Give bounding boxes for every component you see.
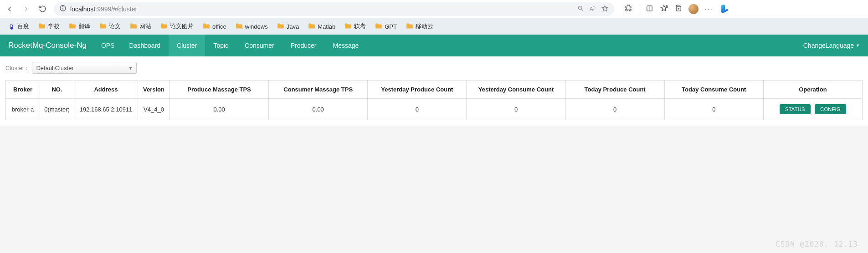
cell-produce-tps: 0.00 bbox=[170, 99, 269, 120]
nav-cluster[interactable]: Cluster bbox=[169, 35, 205, 56]
url-text: localhost:9999/#/cluster bbox=[70, 5, 577, 13]
read-aloud-icon[interactable]: A)) bbox=[590, 5, 596, 12]
nav-message[interactable]: Message bbox=[324, 35, 367, 56]
cluster-select[interactable]: DefaultCluster ▼ bbox=[32, 62, 137, 74]
cell-yesterday-produce: 0 bbox=[368, 99, 467, 120]
bookmark-folder[interactable]: 论文图片 bbox=[157, 21, 197, 32]
th-yesterday-consume: Yesterday Consume Count bbox=[467, 81, 565, 99]
bookmark-label: 学校 bbox=[48, 22, 60, 30]
bookmark-label: GPT bbox=[385, 23, 397, 30]
folder-icon bbox=[236, 23, 243, 30]
bookmark-folder[interactable]: windows bbox=[232, 21, 271, 32]
cluster-label: Cluster : bbox=[5, 65, 27, 71]
browser-toolbar: localhost:9999/#/cluster A)) ··· bbox=[0, 0, 868, 18]
th-produce-tps: Produce Massage TPS bbox=[170, 81, 269, 99]
app-navbar: RocketMq-Console-Ng OPS Dashboard Cluste… bbox=[0, 35, 868, 56]
folder-icon bbox=[69, 23, 76, 30]
bookmark-folder[interactable]: Java bbox=[274, 21, 302, 32]
folder-icon bbox=[130, 23, 137, 30]
th-operation: Operation bbox=[763, 81, 862, 99]
bing-icon[interactable] bbox=[719, 3, 731, 15]
folder-icon bbox=[99, 23, 107, 30]
th-today-consume: Today Consume Count bbox=[664, 81, 763, 99]
folder-icon bbox=[160, 23, 168, 30]
lang-label: ChangeLanguage bbox=[803, 42, 854, 49]
favorite-icon[interactable] bbox=[601, 5, 609, 14]
svg-point-2 bbox=[63, 7, 63, 7]
folder-icon bbox=[344, 23, 352, 30]
status-button[interactable]: STATUS bbox=[780, 104, 811, 114]
profile-avatar[interactable] bbox=[688, 4, 699, 14]
th-version: Version bbox=[138, 81, 170, 99]
config-button[interactable]: CONFIG bbox=[815, 104, 846, 114]
bookmarks-bar: 百度 学校 翻译 论文 网站 论文图片 office windows Java … bbox=[0, 18, 868, 35]
broker-table: Broker NO. Address Version Produce Massa… bbox=[5, 80, 863, 120]
bookmark-folder[interactable]: 翻译 bbox=[66, 21, 93, 32]
table-row: broker-a 0(master) 192.168.65.2:10911 V4… bbox=[6, 99, 863, 120]
bookmark-baidu[interactable]: 百度 bbox=[5, 21, 32, 32]
bookmark-folder[interactable]: 网站 bbox=[127, 21, 154, 32]
change-language-dropdown[interactable]: ChangeLanguage ▼ bbox=[795, 42, 868, 49]
th-no: NO. bbox=[40, 81, 74, 99]
bookmark-label: Matlab bbox=[318, 23, 335, 30]
bookmark-folder[interactable]: 论文 bbox=[96, 21, 124, 32]
forward-button[interactable] bbox=[21, 4, 31, 14]
cell-version: V4_4_0 bbox=[138, 99, 170, 120]
cell-today-consume: 0 bbox=[664, 99, 763, 120]
nav-topic[interactable]: Topic bbox=[205, 35, 236, 56]
info-icon bbox=[59, 5, 67, 13]
th-today-produce: Today Produce Count bbox=[565, 81, 664, 99]
bookmark-label: 论文图片 bbox=[170, 22, 194, 30]
collections-icon[interactable] bbox=[674, 5, 682, 14]
cell-yesterday-consume: 0 bbox=[467, 99, 565, 120]
refresh-button[interactable] bbox=[37, 4, 47, 14]
nav-dashboard[interactable]: Dashboard bbox=[121, 35, 169, 56]
address-bar[interactable]: localhost:9999/#/cluster A)) bbox=[54, 2, 614, 16]
folder-icon bbox=[38, 23, 46, 30]
folder-icon bbox=[277, 23, 284, 30]
nav-consumer[interactable]: Consumer bbox=[236, 35, 282, 56]
folder-icon bbox=[406, 23, 413, 30]
svg-marker-9 bbox=[661, 5, 667, 11]
favorites-list-icon[interactable] bbox=[660, 4, 668, 14]
th-address: Address bbox=[74, 81, 138, 99]
cell-today-produce: 0 bbox=[565, 99, 664, 120]
bookmark-label: 百度 bbox=[17, 22, 29, 30]
toolbar-icons: ··· bbox=[624, 3, 731, 15]
th-consumer-tps: Consumer Massage TPS bbox=[269, 81, 368, 99]
cluster-selected: DefaultCluster bbox=[36, 65, 73, 71]
cell-broker: broker-a bbox=[6, 99, 40, 120]
caret-down-icon: ▼ bbox=[128, 66, 133, 71]
bookmark-label: 翻译 bbox=[78, 22, 90, 30]
bookmark-folder[interactable]: Matlab bbox=[305, 21, 339, 32]
app-brand[interactable]: RocketMq-Console-Ng bbox=[0, 41, 95, 50]
cell-address: 192.168.65.2:10911 bbox=[74, 99, 138, 120]
extensions-icon[interactable] bbox=[624, 4, 632, 14]
zoom-icon[interactable] bbox=[577, 5, 584, 13]
toolbar-separator bbox=[639, 5, 639, 13]
bookmark-label: windows bbox=[245, 23, 268, 30]
svg-rect-7 bbox=[647, 5, 652, 10]
folder-icon bbox=[308, 23, 315, 30]
bookmark-label: 网站 bbox=[139, 22, 151, 30]
bookmark-folder[interactable]: office bbox=[200, 21, 230, 32]
bookmark-folder[interactable]: 软考 bbox=[341, 21, 369, 32]
nav-producer[interactable]: Producer bbox=[282, 35, 325, 56]
bookmark-folder[interactable]: 学校 bbox=[35, 21, 63, 32]
bookmark-label: office bbox=[212, 23, 226, 30]
back-button[interactable] bbox=[5, 4, 15, 14]
bookmark-label: Java bbox=[287, 23, 299, 30]
bookmark-folder[interactable]: 移动云 bbox=[403, 21, 437, 32]
cell-operation: STATUS CONFIG bbox=[763, 99, 862, 120]
bookmark-label: 软考 bbox=[354, 22, 366, 30]
cell-consumer-tps: 0.00 bbox=[269, 99, 368, 120]
bookmark-folder[interactable]: GPT bbox=[372, 21, 400, 32]
th-broker: Broker bbox=[6, 81, 40, 99]
bookmark-label: 论文 bbox=[109, 22, 121, 30]
svg-line-5 bbox=[581, 9, 583, 10]
baidu-icon bbox=[8, 23, 15, 30]
page-content: Cluster : DefaultCluster ▼ Broker NO. Ad… bbox=[0, 56, 868, 126]
cell-no: 0(master) bbox=[40, 99, 74, 120]
sidebar-icon[interactable] bbox=[646, 5, 653, 14]
more-icon[interactable]: ··· bbox=[705, 5, 713, 13]
